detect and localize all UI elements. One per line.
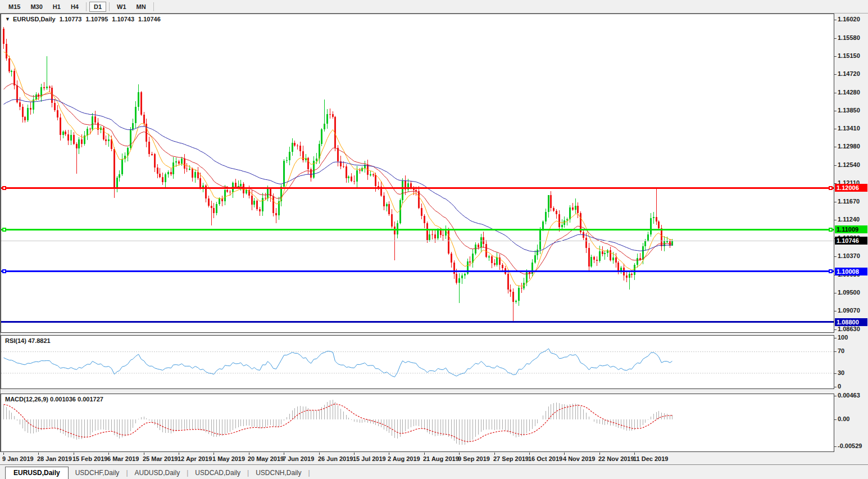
time-tick-label: 28 Jan 2019 <box>37 455 72 462</box>
rsi-tick-label: 0 <box>838 383 841 390</box>
mt4-window: { "toolbar": { "timeframes": ["M15", "M3… <box>0 0 868 479</box>
time-axis[interactable]: 9 Jan 201928 Jan 201915 Feb 20196 Mar 20… <box>1 452 834 464</box>
price-tick-mark <box>834 293 837 293</box>
price-tick-label: 1.12540 <box>838 161 860 168</box>
time-tick-mark <box>564 453 565 455</box>
price-tick-mark <box>834 147 837 147</box>
timeframe-button-mn[interactable]: MN <box>132 2 151 12</box>
rsi-tick-label: 30 <box>838 369 844 376</box>
price-tick-label: 1.16020 <box>838 16 860 22</box>
time-tick-mark <box>599 453 600 455</box>
toolbar-separator <box>86 2 87 11</box>
ohlc-high: 1.10795 <box>85 16 108 22</box>
price-tick-label: 1.13410 <box>838 125 860 132</box>
price-tick-mark <box>834 311 837 311</box>
rsi-chart-canvas[interactable] <box>1 336 834 388</box>
time-tick-label: 2 Aug 2019 <box>388 455 420 462</box>
tab-usdcad-daily[interactable]: USDCAD,Daily <box>188 467 247 479</box>
price-tick-mark <box>834 38 837 39</box>
symbol-dropdown-icon[interactable]: ▼ <box>5 16 10 22</box>
time-tick-label: 7 Jun 2019 <box>283 455 314 462</box>
time-tick-label: 21 Aug 2019 <box>423 455 459 462</box>
ohlc-close: 1.10746 <box>138 16 161 22</box>
main-chart-panel[interactable]: ▼ EURUSD,Daily 1.10773 1.10795 1.10743 1… <box>1 13 834 333</box>
chart-symbol-label: EURUSD,Daily <box>13 16 56 22</box>
time-tick-label: 9 Jan 2019 <box>2 455 34 462</box>
rsi-label: RSI(14) 47.8821 <box>5 337 51 344</box>
time-tick-label: 27 Sep 2019 <box>493 455 529 462</box>
toolbar-separator <box>109 2 110 11</box>
time-tick-label: 16 Oct 2019 <box>528 455 562 462</box>
rsi-tick-mark <box>834 338 837 338</box>
time-tick-label: 1 May 2019 <box>212 455 245 462</box>
macd-tick-label: 0.00 <box>838 415 849 422</box>
price-tick-mark <box>834 256 837 257</box>
price-tick-mark <box>834 56 837 57</box>
timeframe-toolbar: M15M30H1H4D1W1MN <box>0 0 868 13</box>
ohlc-open: 1.10773 <box>60 16 82 22</box>
macd-tick-label: -0.00529 <box>838 442 862 449</box>
time-tick-mark <box>389 453 389 455</box>
time-tick-label: 25 Mar 2019 <box>143 455 178 462</box>
price-tick-label: 1.15150 <box>838 52 860 59</box>
timeframe-button-m30[interactable]: M30 <box>26 2 47 12</box>
time-tick-mark <box>494 453 495 455</box>
price-level-tag: 1.12006 <box>835 184 867 192</box>
time-tick-mark <box>3 453 4 455</box>
price-tick-label: 1.09500 <box>838 289 860 296</box>
time-tick-mark <box>74 453 74 455</box>
price-tick-label: 1.11240 <box>838 216 860 223</box>
macd-chart-canvas[interactable] <box>1 394 834 451</box>
price-tick-mark <box>834 202 837 202</box>
price-level-tag: 1.10008 <box>835 268 867 275</box>
price-level-tag: 1.10746 <box>835 237 867 245</box>
tab-eurusd-daily[interactable]: EURUSD,Daily <box>5 467 69 479</box>
time-tick-label: 20 May 2019 <box>248 455 284 462</box>
time-tick-mark <box>144 453 144 455</box>
tab-usdchf-daily[interactable]: USDCHF,Daily <box>69 467 126 479</box>
price-tick-label: 1.15580 <box>838 34 860 41</box>
price-scale[interactable]: 1.160201.155801.151501.147201.142801.138… <box>834 13 868 453</box>
price-tick-mark <box>834 329 837 330</box>
candlestick-chart-canvas[interactable] <box>1 14 834 332</box>
rsi-tick-mark <box>834 351 837 352</box>
price-tick-mark <box>834 93 837 93</box>
time-tick-label: 6 Mar 2019 <box>107 455 139 462</box>
time-tick-label: 15 Jul 2019 <box>353 455 386 462</box>
timeframe-button-h1[interactable]: H1 <box>48 2 65 12</box>
time-tick-mark <box>459 453 460 455</box>
ohlc-low: 1.10743 <box>112 16 134 22</box>
price-level-tag: 1.08800 <box>835 318 867 326</box>
price-level-tag: 1.11009 <box>835 225 867 233</box>
price-tick-mark <box>834 165 837 166</box>
time-tick-label: 26 Jun 2019 <box>318 455 353 462</box>
macd-tick-mark <box>834 419 837 420</box>
rsi-tick-mark <box>834 387 837 387</box>
price-tick-label: 1.14720 <box>838 70 860 77</box>
time-tick-label: 22 Nov 2019 <box>598 455 634 462</box>
rsi-tick-label: 70 <box>838 347 844 354</box>
macd-tick-mark <box>834 396 837 396</box>
price-tick-mark <box>834 129 837 129</box>
time-tick-mark <box>529 453 530 455</box>
time-tick-label: 12 Apr 2019 <box>178 455 212 462</box>
macd-tick-mark <box>834 446 837 447</box>
price-tick-mark <box>834 74 837 75</box>
timeframe-button-h4[interactable]: H4 <box>66 2 83 12</box>
time-tick-mark <box>213 453 214 455</box>
time-tick-mark <box>108 453 109 455</box>
timeframe-button-m15[interactable]: M15 <box>4 2 25 12</box>
timeframe-button-w1[interactable]: W1 <box>112 2 131 12</box>
time-tick-mark <box>38 453 39 455</box>
time-tick-mark <box>354 453 355 455</box>
rsi-indicator-panel[interactable]: RSI(14) 47.8821 <box>1 335 834 389</box>
price-tick-label: 1.08630 <box>838 326 860 332</box>
tab-audusd-daily[interactable]: AUDUSD,Daily <box>128 467 187 479</box>
chart-title: ▼ EURUSD,Daily 1.10773 1.10795 1.10743 1… <box>5 16 161 22</box>
tab-usdcnh-daily[interactable]: USDCNH,Daily <box>249 467 308 479</box>
time-tick-mark <box>319 453 320 455</box>
price-tick-mark <box>834 111 837 111</box>
timeframe-button-d1[interactable]: D1 <box>89 2 106 12</box>
macd-label: MACD(12,26,9) 0.001036 0.001727 <box>5 396 103 403</box>
macd-indicator-panel[interactable]: MACD(12,26,9) 0.001036 0.001727 <box>1 394 834 452</box>
